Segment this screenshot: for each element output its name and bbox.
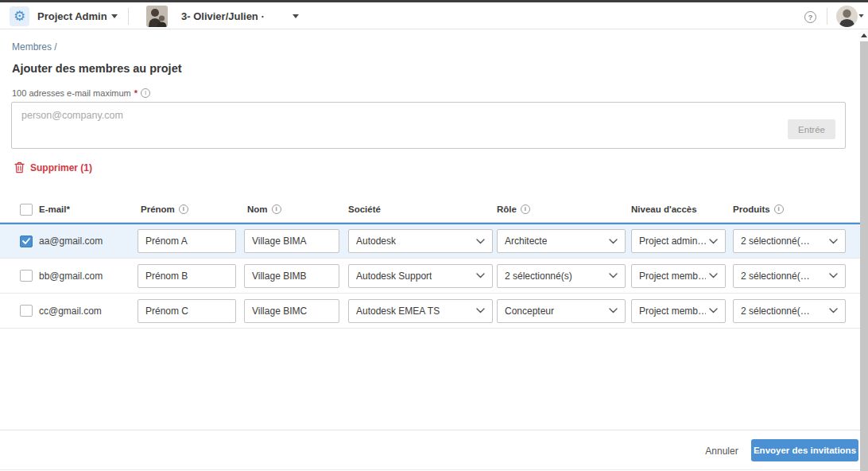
prenom-input[interactable] (138, 229, 236, 253)
niveau-value: Project memb… (639, 271, 706, 282)
role-value: 2 sélectionné(s) (505, 271, 572, 282)
help-icon[interactable]: ? (804, 11, 816, 23)
email-limit-text: 100 adresses e-mail maximum (12, 88, 131, 98)
breadcrumb: Membres / (12, 41, 57, 53)
page: ⚙ Project Admin 3- Olivier/Julien · ? (0, 0, 868, 471)
row-checkbox[interactable] (20, 236, 33, 247)
societe-select[interactable]: Autodesk EMEA TS (348, 299, 493, 323)
row-checkbox[interactable] (20, 270, 33, 282)
row-checkbox[interactable] (20, 305, 33, 317)
nom-input[interactable] (244, 264, 339, 288)
topbar-divider (128, 8, 129, 25)
select-all-checkbox[interactable] (20, 204, 33, 216)
members-table: E-mail* Prénomi Nomi Société Rôlei Nivea… (0, 197, 860, 329)
scrollbar-thumb[interactable] (860, 41, 868, 471)
bottom-hairline (0, 469, 868, 470)
societe-value: Autodesk EMEA TS (356, 306, 440, 317)
vertical-scrollbar[interactable] (860, 30, 868, 471)
chevron-down-icon (609, 273, 618, 278)
module-selector[interactable]: Project Admin (37, 10, 107, 22)
produits-value: 2 sélectionné(… (741, 236, 810, 247)
chevron-down-icon (709, 239, 718, 244)
header-niveau-label: Niveau d'accès (631, 204, 697, 214)
email-input[interactable] (12, 103, 845, 148)
info-icon[interactable]: i (272, 204, 281, 214)
gear-glyph: ⚙ (14, 10, 25, 23)
niveau-value: Project admin… (639, 236, 706, 247)
info-icon[interactable]: i (774, 204, 784, 214)
table-row: cc@gmail.com Autodesk EMEA TS Concepteur… (0, 294, 860, 329)
header-nom: Nomi (244, 204, 339, 214)
niveau-select[interactable]: Project admin… (631, 229, 726, 253)
delete-label: Supprimer (1) (30, 162, 92, 173)
chevron-down-icon (829, 239, 838, 244)
send-invitations-button[interactable]: Envoyer des invitations (751, 439, 858, 461)
topbar-divider (827, 8, 827, 25)
project-avatar (146, 6, 168, 27)
user-avatar[interactable] (836, 6, 858, 27)
role-select[interactable]: Architecte (497, 229, 626, 253)
nom-input[interactable] (244, 299, 339, 323)
chevron-down-icon[interactable] (111, 14, 118, 18)
breadcrumb-membres-link[interactable]: Membres (12, 41, 52, 53)
delete-selected-button[interactable]: Supprimer (1) (14, 162, 92, 173)
chevron-down-icon[interactable] (293, 14, 299, 18)
produits-value: 2 sélectionné(… (741, 271, 810, 282)
chevron-down-icon (829, 273, 838, 278)
role-value: Architecte (505, 236, 547, 247)
chevron-down-icon (709, 273, 718, 278)
header-email-label: E-mail* (39, 204, 70, 214)
header-societe-label: Société (348, 204, 381, 214)
enter-button[interactable]: Entrée (788, 119, 835, 139)
cancel-button[interactable]: Annuler (696, 440, 747, 461)
header-produits: Produitsi (733, 204, 846, 214)
prenom-input[interactable] (138, 299, 236, 323)
societe-select[interactable]: Autodesk Support (348, 264, 493, 288)
info-icon[interactable]: i (179, 204, 188, 214)
email-entry-box: Entrée (11, 102, 846, 149)
email-cell: bb@gmail.com (39, 271, 133, 282)
table-header-row: E-mail* Prénomi Nomi Société Rôlei Nivea… (0, 197, 860, 223)
page-title: Ajouter des membres au projet (12, 62, 182, 75)
help-glyph: ? (808, 14, 813, 21)
chevron-down-icon (476, 308, 485, 313)
header-prenom-label: Prénom (141, 204, 175, 214)
chevron-down-icon (709, 308, 718, 313)
project-selector[interactable]: 3- Olivier/Julien · (181, 10, 265, 22)
prenom-input[interactable] (138, 264, 236, 288)
produits-select[interactable]: 2 sélectionné(… (733, 264, 846, 288)
gear-icon[interactable]: ⚙ (10, 6, 29, 26)
chevron-down-icon (609, 308, 618, 313)
produits-select[interactable]: 2 sélectionné(… (733, 229, 846, 253)
societe-select[interactable]: Autodesk (348, 229, 493, 253)
role-select[interactable]: 2 sélectionné(s) (497, 264, 626, 288)
info-glyph: i (275, 206, 277, 212)
niveau-value: Project memb… (639, 306, 706, 317)
email-limit-label: 100 adresses e-mail maximum * i (12, 88, 150, 98)
role-select[interactable]: Concepteur (497, 299, 626, 323)
table-row: bb@gmail.com Autodesk Support 2 sélectio… (0, 259, 860, 294)
header-nom-label: Nom (247, 204, 268, 214)
role-value: Concepteur (505, 306, 554, 317)
header-produits-label: Produits (733, 204, 770, 214)
nom-input[interactable] (244, 229, 339, 253)
produits-select[interactable]: 2 sélectionné(… (733, 299, 846, 323)
niveau-select[interactable]: Project memb… (631, 299, 726, 323)
trash-icon (14, 162, 25, 173)
chevron-down-icon (829, 308, 838, 313)
scroll-up-arrow-icon[interactable] (861, 33, 867, 37)
info-glyph: i (525, 206, 526, 212)
societe-value: Autodesk Support (356, 271, 432, 282)
table-row: aa@gmail.com Autodesk Architecte Project… (0, 223, 860, 259)
niveau-select[interactable]: Project memb… (631, 264, 726, 288)
header-role: Rôlei (497, 204, 626, 214)
chevron-down-icon (609, 239, 618, 244)
info-icon[interactable]: i (521, 204, 530, 214)
info-glyph: i (145, 90, 146, 96)
header-email: E-mail* (39, 204, 133, 214)
footer-divider (0, 430, 860, 430)
info-icon[interactable]: i (141, 88, 150, 98)
header-role-label: Rôle (497, 204, 517, 214)
topbar: ⚙ Project Admin 3- Olivier/Julien · ? (0, 2, 868, 29)
chevron-down-icon[interactable] (858, 14, 865, 18)
